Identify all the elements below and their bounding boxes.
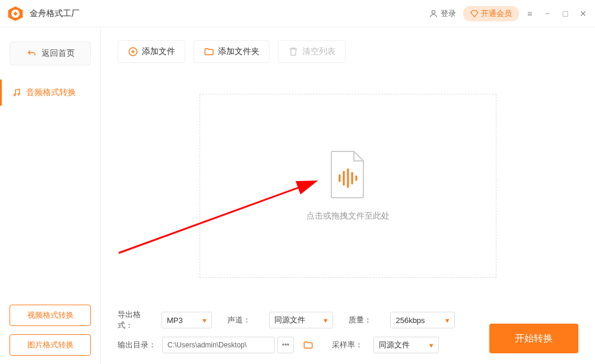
open-folder-button[interactable] <box>300 337 317 353</box>
back-label: 返回首页 <box>42 48 75 59</box>
add-file-label: 添加文件 <box>142 46 175 57</box>
output-label: 输出目录： <box>118 340 156 350</box>
svg-point-4 <box>18 93 20 95</box>
chevron-down-icon: ▾ <box>429 341 433 350</box>
channel-select[interactable]: 同源文件▾ <box>269 312 334 328</box>
sidebar-audio-label: 音频格式转换 <box>26 87 76 98</box>
clear-list-label: 清空列表 <box>302 46 336 57</box>
sidebar-image-label: 图片格式转换 <box>27 340 74 350</box>
add-folder-label: 添加文件夹 <box>218 46 259 57</box>
music-note-icon <box>12 88 21 97</box>
quality-label: 质量： <box>349 315 384 325</box>
start-label: 开始转换 <box>515 333 553 345</box>
add-file-button[interactable]: 添加文件 <box>118 40 185 63</box>
chevron-down-icon: ▾ <box>324 316 328 325</box>
sample-select[interactable]: 同源文件▾ <box>374 337 439 353</box>
format-select[interactable]: MP3▾ <box>162 312 212 328</box>
add-folder-button[interactable]: 添加文件夹 <box>194 40 270 63</box>
clear-list-button: 清空列表 <box>278 40 346 63</box>
channel-label: 声道： <box>227 315 263 325</box>
back-home-button[interactable]: 返回首页 <box>10 42 91 65</box>
sidebar: 返回首页 音频格式转换 视频格式转换 图片格式转换 <box>0 27 101 364</box>
sample-value: 同源文件 <box>379 340 410 350</box>
window-controls: ≡ － □ ✕ <box>525 8 588 19</box>
file-audio-icon <box>327 150 369 199</box>
main-area: 添加文件 添加文件夹 清空列表 点击或拖拽文件至此处 <box>101 27 595 364</box>
menu-icon[interactable]: ≡ <box>525 9 534 18</box>
trash-icon <box>288 46 299 57</box>
folder-open-icon <box>303 340 314 350</box>
dropzone[interactable]: 点击或拖拽文件至此处 <box>200 94 496 278</box>
diamond-icon <box>470 10 479 18</box>
quality-select[interactable]: 256kbps▾ <box>390 312 455 328</box>
svg-point-2 <box>432 10 435 13</box>
output-path-input[interactable]: C:\Users\admin\Desktop\ <box>162 337 275 353</box>
format-value: MP3 <box>167 316 183 325</box>
back-arrow-icon <box>26 48 37 59</box>
sidebar-image-button[interactable]: 图片格式转换 <box>10 334 91 356</box>
app-title: 金舟格式工厂 <box>30 8 429 19</box>
login-label: 登录 <box>441 8 456 19</box>
app-logo-icon <box>7 5 24 22</box>
bottom-panel: 导出格式： MP3▾ 声道： 同源文件▾ 质量： 256kbps▾ 输出目录： … <box>118 301 578 364</box>
sidebar-video-button[interactable]: 视频格式转换 <box>10 305 91 326</box>
format-label: 导出格式： <box>118 309 156 331</box>
plus-circle-icon <box>128 46 138 57</box>
channel-value: 同源文件 <box>274 315 305 325</box>
vip-label: 开通会员 <box>481 8 512 19</box>
output-path-value: C:\Users\admin\Desktop\ <box>167 341 246 349</box>
dropzone-text: 点击或拖拽文件至此处 <box>306 211 390 221</box>
minimize-icon[interactable]: － <box>543 8 552 19</box>
sample-label: 采样率： <box>332 340 368 350</box>
maximize-icon[interactable]: □ <box>561 9 570 18</box>
user-icon <box>429 9 438 18</box>
svg-point-3 <box>14 94 15 96</box>
toolbar: 添加文件 添加文件夹 清空列表 <box>118 40 578 63</box>
folder-icon <box>204 46 214 57</box>
chevron-down-icon: ▾ <box>202 316 207 325</box>
sidebar-item-audio[interactable]: 音频格式转换 <box>0 80 100 106</box>
quality-value: 256kbps <box>395 316 425 325</box>
close-icon[interactable]: ✕ <box>578 9 588 18</box>
login-button[interactable]: 登录 <box>429 8 456 19</box>
path-more-button[interactable]: ••• <box>277 337 294 353</box>
chevron-down-icon: ▾ <box>445 316 450 325</box>
vip-button[interactable]: 开通会员 <box>463 6 519 21</box>
title-bar: 金舟格式工厂 登录 开通会员 ≡ － □ ✕ <box>0 0 595 27</box>
start-convert-button[interactable]: 开始转换 <box>489 324 578 353</box>
output-controls: 导出格式： MP3▾ 声道： 同源文件▾ 质量： 256kbps▾ 输出目录： … <box>118 309 455 353</box>
sidebar-video-label: 视频格式转换 <box>27 310 74 321</box>
